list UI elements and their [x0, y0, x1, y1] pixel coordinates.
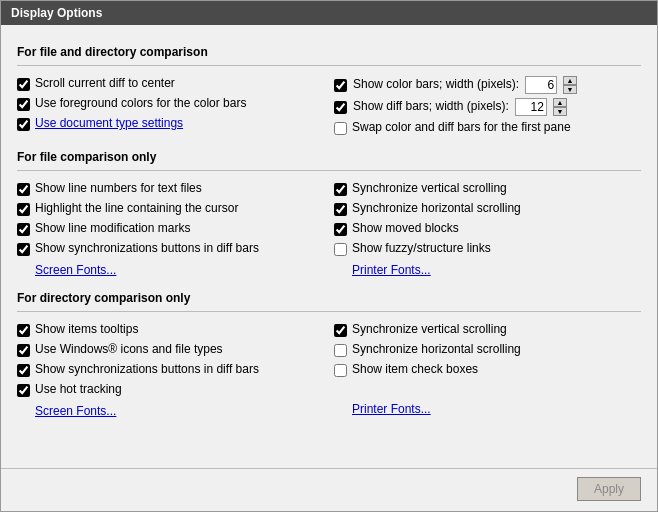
label-sync-vertical: Synchronize vertical scrolling [352, 181, 507, 197]
apply-button[interactable]: Apply [577, 477, 641, 501]
label-line-numbers: Show line numbers for text files [35, 181, 202, 197]
row-printer-fonts-dir: Printer Fonts... [334, 380, 641, 418]
section-dir-only-grid: Show items tooltips Use Windows® icons a… [17, 320, 641, 420]
row-fg-colors: Use foreground colors for the color bars [17, 94, 324, 114]
input-diff-bars-width[interactable] [515, 98, 547, 116]
row-scroll-center: Scroll current diff to center [17, 74, 324, 94]
col-left-dir-only: Show items tooltips Use Windows® icons a… [17, 320, 324, 420]
row-sync-vertical: Synchronize vertical scrolling [334, 179, 641, 199]
label-diff-bars: Show diff bars; width (pixels): [353, 99, 509, 115]
section-file-dir: For file and directory comparison Scroll… [17, 37, 641, 138]
row-sync-buttons-diff: Show synchronizations buttons in diff ba… [17, 239, 324, 259]
label-item-check-boxes: Show item check boxes [352, 362, 478, 378]
display-options-window: Display Options For file and directory c… [0, 0, 658, 512]
checkbox-sync-buttons-dir[interactable] [17, 364, 30, 377]
row-printer-fonts-file: Printer Fonts... [334, 259, 641, 279]
row-sync-buttons-dir: Show synchronizations buttons in diff ba… [17, 360, 324, 380]
row-items-tooltips: Show items tooltips [17, 320, 324, 340]
section-file-only: For file comparison only Show line numbe… [17, 142, 641, 279]
label-scroll-center: Scroll current diff to center [35, 76, 175, 92]
label-sync-vertical-dir: Synchronize vertical scrolling [352, 322, 507, 338]
checkbox-diff-bars[interactable] [334, 101, 347, 114]
row-item-check-boxes: Show item check boxes [334, 360, 641, 380]
checkbox-sync-buttons-diff[interactable] [17, 243, 30, 256]
label-sync-horizontal: Synchronize horizontal scrolling [352, 201, 521, 217]
row-line-mod-marks: Show line modification marks [17, 219, 324, 239]
checkbox-color-bars[interactable] [334, 79, 347, 92]
col-left-file-only: Show line numbers for text files Highlig… [17, 179, 324, 279]
section-title-file-dir: For file and directory comparison [17, 45, 641, 59]
section-file-dir-grid: Scroll current diff to center Use foregr… [17, 74, 641, 138]
checkbox-sync-vertical-dir[interactable] [334, 324, 347, 337]
section-title-dir-only: For directory comparison only [17, 291, 641, 305]
col-left-file-dir: Scroll current diff to center Use foregr… [17, 74, 324, 138]
checkbox-items-tooltips[interactable] [17, 324, 30, 337]
row-sync-vertical-dir: Synchronize vertical scrolling [334, 320, 641, 340]
col-right-dir-only: Synchronize vertical scrolling Synchroni… [334, 320, 641, 420]
checkbox-sync-horizontal[interactable] [334, 203, 347, 216]
row-show-moved-blocks: Show moved blocks [334, 219, 641, 239]
spinner-color-bars: ▲ ▼ [563, 76, 577, 94]
divider-file-dir [17, 65, 641, 66]
label-fg-colors: Use foreground colors for the color bars [35, 96, 246, 112]
label-fuzzy-links: Show fuzzy/structure links [352, 241, 491, 257]
checkbox-highlight-cursor[interactable] [17, 203, 30, 216]
col-right-file-dir: Show color bars; width (pixels): ▲ ▼ Sho… [334, 74, 641, 138]
row-doc-type: Use document type settings [17, 114, 324, 134]
checkbox-doc-type[interactable] [17, 118, 30, 131]
label-show-moved-blocks: Show moved blocks [352, 221, 459, 237]
checkbox-line-mod-marks[interactable] [17, 223, 30, 236]
checkbox-line-numbers[interactable] [17, 183, 30, 196]
checkbox-fg-colors[interactable] [17, 98, 30, 111]
checkbox-fuzzy-links[interactable] [334, 243, 347, 256]
row-hot-tracking: Use hot tracking [17, 380, 324, 400]
row-windows-icons: Use Windows® icons and file types [17, 340, 324, 360]
spinner-color-bars-down[interactable]: ▼ [563, 85, 577, 94]
spinner-diff-bars-down[interactable]: ▼ [553, 107, 567, 116]
footer: Apply [1, 468, 657, 511]
checkbox-item-check-boxes[interactable] [334, 364, 347, 377]
row-color-bars: Show color bars; width (pixels): ▲ ▼ [334, 74, 641, 96]
link-printer-fonts-file[interactable]: Printer Fonts... [352, 263, 431, 277]
link-screen-fonts-file[interactable]: Screen Fonts... [35, 263, 116, 277]
section-dir-only: For directory comparison only Show items… [17, 283, 641, 420]
checkbox-sync-vertical[interactable] [334, 183, 347, 196]
divider-dir-only [17, 311, 641, 312]
row-sync-horizontal: Synchronize horizontal scrolling [334, 199, 641, 219]
label-items-tooltips: Show items tooltips [35, 322, 138, 338]
title-bar: Display Options [1, 1, 657, 25]
label-sync-buttons-diff: Show synchronizations buttons in diff ba… [35, 241, 259, 257]
link-printer-fonts-dir[interactable]: Printer Fonts... [352, 402, 431, 416]
divider-file-only [17, 170, 641, 171]
section-title-file-only: For file comparison only [17, 150, 641, 164]
row-sync-horizontal-dir: Synchronize horizontal scrolling [334, 340, 641, 360]
spinner-color-bars-up[interactable]: ▲ [563, 76, 577, 85]
row-fuzzy-links: Show fuzzy/structure links [334, 239, 641, 259]
label-highlight-cursor: Highlight the line containing the cursor [35, 201, 238, 217]
row-screen-fonts-dir: Screen Fonts... [17, 400, 324, 420]
checkbox-sync-horizontal-dir[interactable] [334, 344, 347, 357]
col-right-file-only: Synchronize vertical scrolling Synchroni… [334, 179, 641, 279]
checkbox-scroll-center[interactable] [17, 78, 30, 91]
row-line-numbers: Show line numbers for text files [17, 179, 324, 199]
input-color-bars-width[interactable] [525, 76, 557, 94]
row-swap-bars: Swap color and diff bars for the first p… [334, 118, 641, 138]
checkbox-hot-tracking[interactable] [17, 384, 30, 397]
label-sync-buttons-dir: Show synchronizations buttons in diff ba… [35, 362, 259, 378]
label-sync-horizontal-dir: Synchronize horizontal scrolling [352, 342, 521, 358]
row-screen-fonts-file: Screen Fonts... [17, 259, 324, 279]
checkbox-show-moved-blocks[interactable] [334, 223, 347, 236]
link-screen-fonts-dir[interactable]: Screen Fonts... [35, 404, 116, 418]
window-title: Display Options [11, 6, 102, 20]
spinner-diff-bars-up[interactable]: ▲ [553, 98, 567, 107]
checkbox-swap-bars[interactable] [334, 122, 347, 135]
checkbox-windows-icons[interactable] [17, 344, 30, 357]
content-area: For file and directory comparison Scroll… [1, 25, 657, 468]
label-line-mod-marks: Show line modification marks [35, 221, 190, 237]
label-windows-icons: Use Windows® icons and file types [35, 342, 223, 358]
spinner-diff-bars: ▲ ▼ [553, 98, 567, 116]
row-diff-bars: Show diff bars; width (pixels): ▲ ▼ [334, 96, 641, 118]
label-swap-bars: Swap color and diff bars for the first p… [352, 120, 571, 136]
label-doc-type[interactable]: Use document type settings [35, 116, 183, 132]
section-file-only-grid: Show line numbers for text files Highlig… [17, 179, 641, 279]
